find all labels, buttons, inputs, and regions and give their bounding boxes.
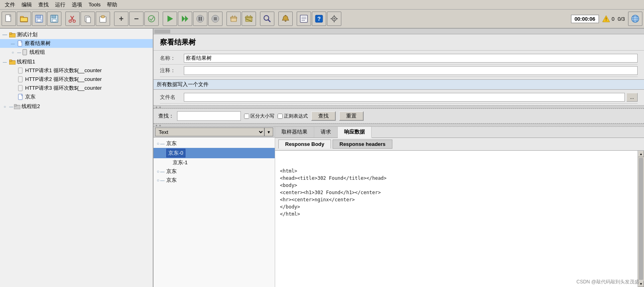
- svg-rect-26: [214, 17, 217, 20]
- main-layout: — 测试计划 — 察看结果树 ○ — 线程: [0, 29, 644, 287]
- menu-options[interactable]: 选项: [69, 0, 85, 9]
- start-no-pause-button[interactable]: [178, 12, 192, 26]
- warning-icon: !: [602, 15, 610, 23]
- list-button[interactable]: [297, 12, 311, 26]
- menu-find[interactable]: 查找: [35, 0, 52, 9]
- tree-item-jd[interactable]: 京东: [0, 92, 153, 101]
- reset-button[interactable]: 重置: [339, 111, 364, 121]
- tree-item-thread-group2[interactable]: ○ — 线程组2: [0, 102, 153, 111]
- result-item-jd3[interactable]: ○ — 京东: [154, 176, 275, 185]
- svg-rect-17: [101, 16, 104, 18]
- search-input[interactable]: [177, 111, 241, 121]
- svg-rect-27: [231, 17, 236, 22]
- page1-icon: [18, 67, 24, 74]
- bell-button[interactable]: [278, 12, 293, 26]
- svg-rect-60: [9, 33, 12, 34]
- remove-element-button[interactable]: −: [129, 12, 144, 26]
- circle2-icon: ○: [2, 103, 8, 110]
- regex-label[interactable]: 正则表达式: [278, 113, 308, 120]
- minus-icon: —: [2, 31, 8, 38]
- toolbar: + − ? 00:00:06 !: [0, 10, 644, 29]
- name-label: 名称：: [160, 55, 184, 62]
- tree-label-thread-group1: 线程组1: [17, 58, 35, 65]
- result-item-jd2[interactable]: ○ — 京东: [154, 167, 275, 176]
- tree-label-test-plan: 测试计划: [17, 31, 37, 38]
- menu-help[interactable]: 帮助: [104, 0, 120, 9]
- svg-rect-23: [199, 17, 200, 21]
- help-button[interactable]: ?: [312, 12, 326, 26]
- name-input[interactable]: [184, 54, 638, 63]
- tab-response-data[interactable]: 响应数据: [338, 127, 372, 138]
- save-button[interactable]: [47, 12, 61, 26]
- copy-button[interactable]: [81, 12, 95, 26]
- settings-button[interactable]: [327, 12, 341, 26]
- comment-input[interactable]: [184, 66, 638, 75]
- tree-item-view-results[interactable]: — 察看结果树: [0, 39, 153, 48]
- tree-item-thread-group1[interactable]: — 线程组1: [0, 57, 153, 66]
- scrollbar-thumb[interactable]: [639, 158, 643, 280]
- new-button[interactable]: [2, 12, 16, 26]
- result-label-jd0: 京东-0: [166, 149, 185, 157]
- result-item-jd1b[interactable]: 京东-1: [154, 158, 275, 167]
- tree-item-http2[interactable]: HTTP请求2 循环次数${__counter: [0, 75, 153, 84]
- minus-icon2: —: [10, 40, 16, 47]
- tree-item-http3[interactable]: HTTP请求3 循环次数${__counter: [0, 84, 153, 92]
- svg-rect-67: [18, 85, 22, 91]
- svg-marker-21: [185, 16, 188, 22]
- right-scrollbar[interactable]: ▲ ▼: [638, 151, 644, 287]
- clear-element-button[interactable]: [144, 12, 159, 26]
- open-button[interactable]: [17, 12, 31, 26]
- regex-checkbox[interactable]: [278, 114, 283, 119]
- circle-icon: ○: [10, 49, 16, 55]
- sub-tabs: Response Body Response headers: [275, 138, 644, 151]
- search-button[interactable]: [260, 12, 274, 26]
- case-sensitive-label[interactable]: 区分大小写: [244, 113, 274, 120]
- menu-run[interactable]: 运行: [52, 0, 69, 9]
- name-row: 名称：: [160, 52, 638, 65]
- clear-all-button[interactable]: [242, 12, 256, 26]
- tab-sampler-result[interactable]: 取样器结果: [275, 127, 314, 138]
- add-element-button[interactable]: +: [114, 12, 128, 26]
- tree-item-http1[interactable]: HTTP请求1 循环次数${__counter: [0, 66, 153, 75]
- top-scrollbar[interactable]: [154, 29, 644, 34]
- menu-file[interactable]: 文件: [2, 0, 18, 9]
- result-item-jd1[interactable]: ○ — 京东: [154, 139, 275, 148]
- sub-tab-response-headers[interactable]: Response headers: [333, 140, 392, 149]
- stop-button[interactable]: [208, 12, 223, 26]
- section-header: 所有数据写入一个文件: [154, 79, 644, 90]
- menu-edit[interactable]: 编辑: [18, 0, 35, 9]
- svg-rect-66: [18, 77, 22, 82]
- warning-badge: ! 0: [602, 15, 614, 23]
- view-type-dropdown[interactable]: Text: [155, 128, 264, 136]
- timer-display: 00:00:06: [571, 15, 599, 23]
- svg-rect-6: [37, 19, 41, 22]
- tree-item-thread-group[interactable]: ○ — 线程组: [0, 48, 153, 57]
- menu-tools[interactable]: Tools: [85, 1, 104, 8]
- clear-results-button[interactable]: [226, 12, 241, 26]
- watermark: CSDN @敲代码敲到头发茂盛: [576, 279, 639, 285]
- tab-request[interactable]: 请求: [314, 127, 338, 138]
- tree-item-test-plan[interactable]: — 测试计划: [0, 30, 153, 39]
- paste-button[interactable]: [96, 12, 110, 26]
- file2-icon: [22, 49, 28, 55]
- filename-input[interactable]: [184, 93, 625, 102]
- dropdown-arrow[interactable]: ▼: [264, 128, 273, 136]
- case-sensitive-checkbox[interactable]: [244, 114, 249, 119]
- sub-tab-response-body[interactable]: Response Body: [278, 140, 331, 149]
- pause-button[interactable]: [193, 12, 207, 26]
- start-button[interactable]: [163, 12, 177, 26]
- browse-button[interactable]: ...: [626, 93, 638, 102]
- globe-button[interactable]: [628, 12, 642, 26]
- response-content[interactable]: <html> <head><title>302 Found</title></h…: [275, 151, 638, 287]
- cut-button[interactable]: [65, 12, 80, 26]
- result-item-jd0[interactable]: 京东-0: [154, 148, 275, 158]
- search-bar: 查找： 区分大小写 正则表达式 查找 重置: [154, 108, 644, 124]
- circle4-icon: ○: [157, 169, 160, 174]
- save-as-button[interactable]: [32, 12, 46, 26]
- find-button[interactable]: 查找: [311, 111, 336, 121]
- scrollbar-up-btn[interactable]: ▲: [638, 151, 644, 157]
- filename-row: 文件名 ...: [160, 91, 638, 104]
- menubar: 文件 编辑 查找 运行 选项 Tools 帮助: [0, 0, 644, 10]
- svg-rect-62: [23, 49, 27, 55]
- results-tree: Text ▼ ○ — 京东 京东-0: [154, 127, 275, 287]
